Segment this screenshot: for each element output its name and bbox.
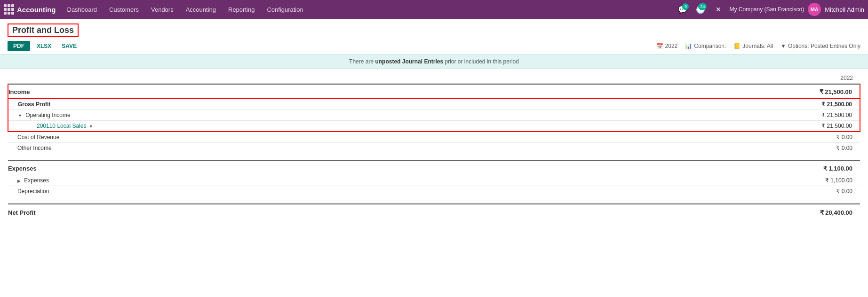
book-icon: 📒 [733,43,741,49]
page-header: Profit and Loss PDF XLSX SAVE 📅 2022 📊 C… [0,19,868,54]
net-profit-amount: ₹ 20,400.00 [785,204,860,220]
expenses-amount: ₹ 1,100.00 [785,175,860,186]
expenses-section-amount: ₹ 1,100.00 [785,161,860,175]
save-button[interactable]: SAVE [58,41,80,51]
income-section-header: Income ₹ 21,500.00 [8,84,860,99]
nav-configuration[interactable]: Configuration [261,0,309,19]
operating-income-amount: ₹ 21,500.00 [785,110,860,121]
activities-badge: 24 [698,3,707,10]
comparison-label: Comparison: [694,43,726,49]
grid-icon [4,4,14,15]
depreciation-amount: ₹ 0.00 [785,186,860,197]
close-icon: ✕ [716,6,721,13]
toolbar-right: 📅 2022 📊 Comparison: 📒 Journals: All ▼ O… [656,43,860,49]
column-headers: 2022 [8,69,860,84]
notice-text-before: There are [349,58,375,65]
gross-profit-amount: ₹ 21,500.00 [785,99,860,110]
nav-right: 💬 9 🕐 24 ✕ My Company (San Francisco) MA… [676,2,864,16]
other-income-row: Other Income ₹ 0.00 [8,143,860,154]
report-area: 2022 Income ₹ 21,500.00 Gross Profit ₹ 2… [0,69,868,227]
notice-text-after: prior or included in this period [443,58,519,65]
brand-label: Accounting [17,6,56,14]
gross-profit-label: Gross Profit [8,99,785,110]
local-sales-label[interactable]: 200110 Local Sales ▼ [8,121,785,132]
expenses-section-header: Expenses ₹ 1,100.00 [8,161,860,175]
comparison-filter[interactable]: 📊 Comparison: [685,43,726,49]
username: Mitchell Admin [825,6,864,13]
page-title-box: Profit and Loss [8,23,79,37]
nav-reporting[interactable]: Reporting [223,0,260,19]
navbar: Accounting Dashboard Customers Vendors A… [0,0,868,19]
year-filter[interactable]: 📅 2022 [656,43,678,49]
local-sales-amount: ₹ 21,500.00 [785,121,860,132]
cost-of-revenue-label: Cost of Revenue [8,132,785,143]
expenses-row: Expenses ₹ 1,100.00 [8,175,860,186]
nav-accounting[interactable]: Accounting [180,0,222,19]
net-profit-label: Net Profit [8,204,785,220]
dropdown-arrow-icon: ▼ [89,124,93,129]
col-header-2022: 2022 [785,75,860,81]
nav-dashboard[interactable]: Dashboard [62,0,103,19]
notice-bar: There are unposted Journal Entries prior… [0,54,868,69]
filter-icon: ▼ [780,43,786,49]
toolbar: PDF XLSX SAVE 📅 2022 📊 Comparison: 📒 Jou… [8,41,860,51]
page-title: Profit and Loss [12,25,74,35]
messages-badge: 9 [682,3,689,10]
report-table: Income ₹ 21,500.00 Gross Profit ₹ 21,500… [8,84,860,220]
expenses-section-label: Expenses [8,161,785,175]
other-income-label: Other Income [8,143,785,154]
depreciation-label: Depreciation [8,186,785,197]
income-amount: ₹ 21,500.00 [785,84,860,99]
operating-income-label[interactable]: Operating Income [8,110,785,121]
options-filter[interactable]: ▼ Options: Posted Entries Only [780,43,860,49]
company-name: My Company (San Francisco) [729,6,804,13]
pdf-button[interactable]: PDF [8,41,30,51]
nav-customers[interactable]: Customers [104,0,144,19]
journals-label: Journals: All [742,43,773,49]
cost-of-revenue-row: Cost of Revenue ₹ 0.00 [8,132,860,143]
cost-of-revenue-amount: ₹ 0.00 [785,132,860,143]
income-label: Income [8,84,785,99]
xlsx-button[interactable]: XLSX [33,41,55,51]
local-sales-row: 200110 Local Sales ▼ ₹ 21,500.00 [8,121,860,132]
nav-vendors[interactable]: Vendors [145,0,179,19]
other-income-amount: ₹ 0.00 [785,143,860,154]
avatar[interactable]: MA [808,3,821,16]
chevron-down-icon [18,112,24,118]
year-label: 2022 [665,43,678,49]
nav-items: Dashboard Customers Vendors Accounting R… [62,0,674,19]
depreciation-row: Depreciation ₹ 0.00 [8,186,860,197]
chevron-right-icon [17,177,23,184]
close-button[interactable]: ✕ [711,2,725,16]
operating-income-row: Operating Income ₹ 21,500.00 [8,110,860,121]
notice-highlighted[interactable]: unposted Journal Entries [375,58,443,65]
journals-filter[interactable]: 📒 Journals: All [733,43,773,49]
calendar-icon: 📅 [656,43,663,49]
avatar-initials: MA [811,7,819,12]
net-profit-row: Net Profit ₹ 20,400.00 [8,204,860,220]
activities-button[interactable]: 🕐 24 [693,2,708,16]
app-brand[interactable]: Accounting [4,4,56,15]
messages-button[interactable]: 💬 9 [676,2,690,16]
expenses-label[interactable]: Expenses [8,175,785,186]
options-label: Options: Posted Entries Only [788,43,860,49]
bar-chart-icon: 📊 [685,43,692,49]
gross-profit-row: Gross Profit ₹ 21,500.00 [8,99,860,110]
divider-row [8,153,860,161]
divider-row-2 [8,196,860,204]
